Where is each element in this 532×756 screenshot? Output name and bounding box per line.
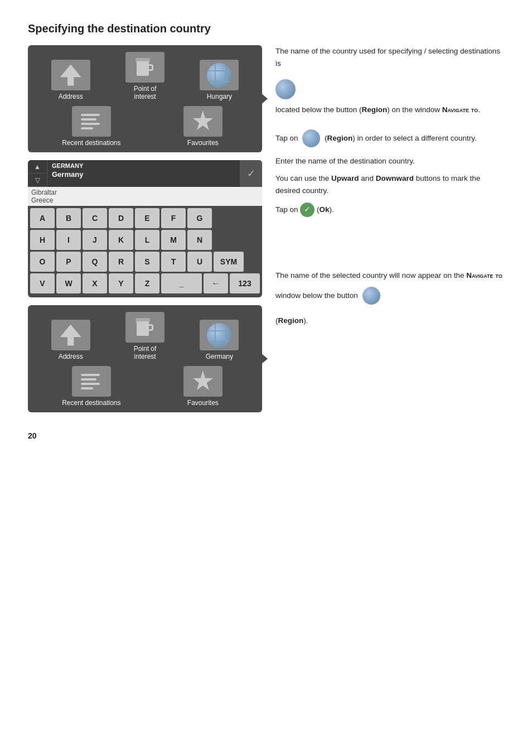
address-icon-box-1 (51, 60, 90, 90)
para-1: The name of the country used for specify… (275, 45, 504, 69)
kb-key-E[interactable]: E (135, 208, 159, 228)
page-title: Specifying the destination country (28, 22, 504, 35)
region-icon-box-2 (200, 320, 239, 350)
region-btn-1[interactable]: Hungary (194, 60, 244, 100)
kb-country-area: GERMANY Germany (47, 160, 240, 187)
kb-check-button[interactable]: ✓ (240, 160, 262, 187)
globe-window-block: window below the button (275, 287, 504, 310)
nav-panel-top-1: Address Point of interest (33, 52, 257, 100)
favourites-label-1: Favourites (187, 139, 219, 147)
favourites-icon-2 (192, 371, 214, 392)
poi-btn-1[interactable]: Point of interest (120, 52, 170, 100)
kb-key-T[interactable]: T (161, 252, 186, 272)
kb-key-N[interactable]: N (187, 230, 212, 250)
address-btn-1[interactable]: Address (46, 60, 96, 100)
recent-line-5 (81, 374, 100, 376)
kb-key-I[interactable]: I (56, 230, 81, 250)
region-label-1: Hungary (207, 93, 232, 100)
recent-label-2: Recent destinations (62, 399, 120, 407)
kb-down-arrow[interactable]: ▽ (28, 174, 47, 187)
kb-key-P[interactable]: P (56, 252, 81, 272)
ok-check-icon: ✓ (300, 203, 315, 217)
poi-icon-1 (137, 58, 153, 77)
kb-key-C[interactable]: C (83, 208, 107, 228)
recent-label-1: Recent destinations (62, 139, 120, 147)
ok-bold: Ok (320, 205, 330, 213)
nav-panel-arrow-2 (261, 353, 268, 364)
kb-key-123[interactable]: 123 (230, 273, 260, 293)
favourites-label-2: Favourites (187, 399, 219, 407)
poi-icon-body-2 (137, 321, 149, 336)
kb-key-S[interactable]: S (135, 252, 159, 272)
globe-region-block: located below the button (Region) on the… (275, 75, 504, 122)
kb-key-Z[interactable]: Z (135, 273, 159, 293)
kb-row-2: H I J K L M N (30, 230, 260, 250)
nav-panel-bottom-2: Recent destinations Favourites (33, 366, 257, 407)
kb-country-current: Germany (52, 170, 235, 179)
kb-key-backspace[interactable]: ← (204, 273, 228, 293)
nav-panel-2: Address Point of interest (28, 305, 262, 412)
globe-icon-2 (207, 323, 231, 348)
globe-icon-1 (207, 63, 231, 88)
region-btn-2[interactable]: Germany (194, 320, 244, 360)
favourites-icon-1 (192, 111, 214, 132)
poi-icon-handle-1 (148, 64, 153, 71)
recent-icon-box-2 (72, 366, 111, 397)
recent-icon-1 (81, 113, 102, 131)
right-column: The name of the country used for specify… (275, 45, 504, 420)
kb-key-K[interactable]: K (109, 230, 133, 250)
recent-btn-2[interactable]: Recent destinations (62, 366, 120, 407)
favourites-btn-2[interactable]: Favourites (178, 366, 228, 407)
recent-line-7 (81, 383, 100, 385)
para-4: Enter the name of the destination countr… (275, 155, 504, 167)
kb-header: ▲ ▽ GERMANY Germany ✓ (28, 160, 262, 187)
downward-bold: Downward (376, 174, 414, 182)
kb-key-F[interactable]: F (161, 208, 186, 228)
address-icon-box-2 (51, 320, 90, 350)
kb-key-X[interactable]: X (83, 273, 107, 293)
spacer-1 (275, 225, 504, 269)
poi-btn-2[interactable]: Point of interest (120, 312, 170, 360)
kb-key-A[interactable]: A (30, 208, 55, 228)
para-3: Tap on (Region) in order to select a dif… (275, 129, 504, 147)
keyboard-panel: ▲ ▽ GERMANY Germany ✓ Gibraltar Greece A… (28, 160, 262, 297)
favourites-btn-1[interactable]: Favourites (178, 106, 228, 147)
kb-key-B[interactable]: B (56, 208, 81, 228)
kb-key-space[interactable]: _ (161, 273, 202, 293)
recent-line-1 (81, 114, 100, 116)
kb-country-list: Gibraltar Greece (28, 187, 262, 206)
globe-icon-inline-3 (362, 287, 380, 305)
kb-key-U[interactable]: U (187, 252, 212, 272)
para-2: located below the button (Region) on the… (275, 104, 504, 116)
text-section-4: The name of the selected country will no… (275, 269, 504, 327)
poi-icon-box-1 (125, 52, 165, 83)
kb-key-M[interactable]: M (161, 230, 186, 250)
address-icon-1 (60, 65, 81, 86)
kb-key-H[interactable]: H (30, 230, 55, 250)
kb-key-Y[interactable]: Y (109, 273, 133, 293)
kb-country-item-1[interactable]: Gibraltar (31, 189, 259, 196)
kb-key-SYM[interactable]: SYM (214, 252, 244, 272)
kb-key-J[interactable]: J (83, 230, 107, 250)
kb-key-O[interactable]: O (30, 252, 55, 272)
region-bold-3: Region (278, 316, 304, 325)
kb-key-L[interactable]: L (135, 230, 159, 250)
kb-key-D[interactable]: D (109, 208, 133, 228)
kb-key-W[interactable]: W (56, 273, 81, 293)
recent-line-6 (81, 378, 96, 381)
nav-panel-top-2: Address Point of interest (33, 312, 257, 360)
kb-row-4: V W X Y Z _ ← 123 (30, 273, 260, 293)
kb-key-V[interactable]: V (30, 273, 55, 293)
kb-up-arrow[interactable]: ▲ (28, 160, 47, 174)
address-icon-2 (60, 325, 81, 346)
para-5: You can use the Upward and Downward butt… (275, 172, 504, 196)
kb-key-R[interactable]: R (109, 252, 133, 272)
kb-row-1: A B C D E F G (30, 208, 260, 228)
address-btn-2[interactable]: Address (46, 320, 96, 360)
kb-country-selected: GERMANY (52, 162, 235, 169)
kb-key-G[interactable]: G (187, 208, 212, 228)
recent-btn-1[interactable]: Recent destinations (62, 106, 120, 147)
kb-key-Q[interactable]: Q (83, 252, 107, 272)
nav-panel-arrow-1 (261, 93, 268, 104)
kb-country-item-2[interactable]: Greece (31, 196, 259, 204)
